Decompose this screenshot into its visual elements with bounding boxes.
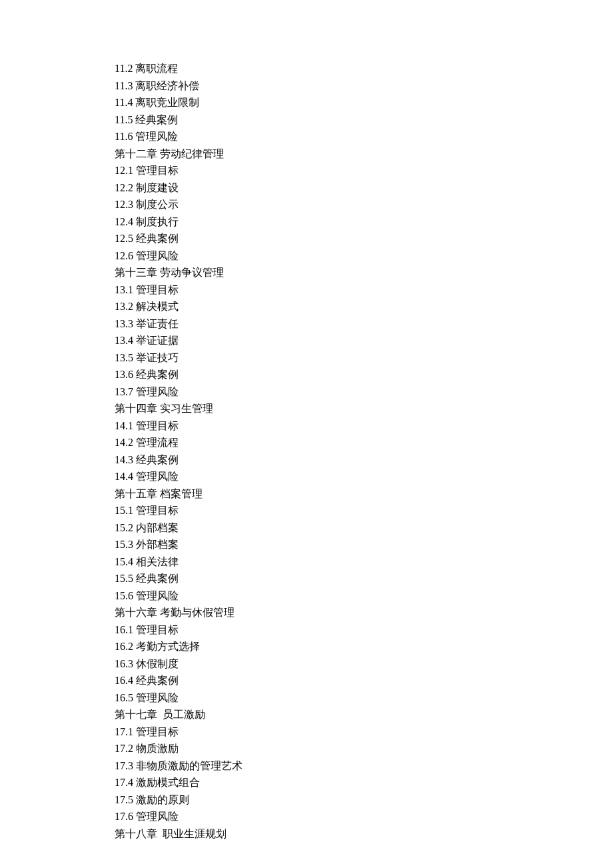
toc-line: 16.5 管理风险: [115, 689, 613, 707]
toc-line: 16.1 管理目标: [115, 621, 613, 639]
toc-line: 13.4 举证证据: [115, 332, 613, 349]
toc-line: 15.4 相关法律: [115, 553, 613, 571]
toc-line: 16.2 考勤方式选择: [115, 638, 613, 655]
toc-line: 15.1 管理目标: [115, 502, 613, 519]
toc-line: 17.2 物质激励: [115, 740, 613, 757]
toc-line: 12.4 制度执行: [115, 213, 613, 231]
toc-line: 12.1 管理目标: [115, 162, 613, 179]
toc-line: 13.7 管理风险: [115, 383, 613, 401]
toc-line: 11.3 离职经济补偿: [115, 77, 613, 95]
toc-line: 13.3 举证责任: [115, 315, 613, 333]
toc-line: 14.1 管理目标: [115, 417, 613, 435]
toc-line: 15.2 内部档案: [115, 519, 613, 537]
toc-line: 11.4 离职竞业限制: [115, 94, 613, 111]
toc-line: 12.2 制度建设: [115, 179, 613, 197]
toc-line: 14.4 管理风险: [115, 468, 613, 485]
toc-chapter-heading: 第十二章 劳动纪律管理: [115, 145, 613, 163]
toc-line: 17.4 激励模式组合: [115, 774, 613, 791]
toc-line: 15.6 管理风险: [115, 587, 613, 605]
toc-line: 12.5 经典案例: [115, 230, 613, 247]
toc-line: 15.5 经典案例: [115, 570, 613, 587]
toc-line: 16.3 休假制度: [115, 655, 613, 673]
toc-line: 12.3 制度公示: [115, 196, 613, 213]
toc-line: 17.5 激励的原则: [115, 791, 613, 809]
toc-chapter-heading: 第十三章 劳动争议管理: [115, 264, 613, 281]
toc-line: 14.2 管理流程: [115, 434, 613, 451]
toc-line: 13.1 管理目标: [115, 281, 613, 299]
toc-line: 17.3 非物质激励的管理艺术: [115, 757, 613, 775]
toc-chapter-heading: 第十六章 考勤与休假管理: [115, 604, 613, 621]
toc-line: 11.6 管理风险: [115, 128, 613, 145]
table-of-contents: 11.2 离职流程 11.3 离职经济补偿 11.4 离职竞业限制 11.5 经…: [115, 60, 613, 842]
toc-line: 15.3 外部档案: [115, 536, 613, 553]
toc-line: 13.2 解决模式: [115, 298, 613, 315]
toc-chapter-heading: 第十五章 档案管理: [115, 485, 613, 503]
toc-chapter-heading: 第十七章 员工激励: [115, 706, 613, 723]
toc-line: 14.3 经典案例: [115, 451, 613, 469]
toc-line: 11.5 经典案例: [115, 111, 613, 129]
toc-line: 17.6 管理风险: [115, 808, 613, 825]
toc-line: 17.1 管理目标: [115, 723, 613, 741]
toc-line: 13.6 经典案例: [115, 366, 613, 383]
toc-chapter-heading: 第十八章 职业生涯规划: [115, 825, 613, 843]
toc-line: 11.2 离职流程: [115, 60, 613, 77]
toc-line: 12.6 管理风险: [115, 247, 613, 265]
toc-chapter-heading: 第十四章 实习生管理: [115, 400, 613, 417]
toc-line: 13.5 举证技巧: [115, 349, 613, 367]
toc-line: 16.4 经典案例: [115, 672, 613, 689]
